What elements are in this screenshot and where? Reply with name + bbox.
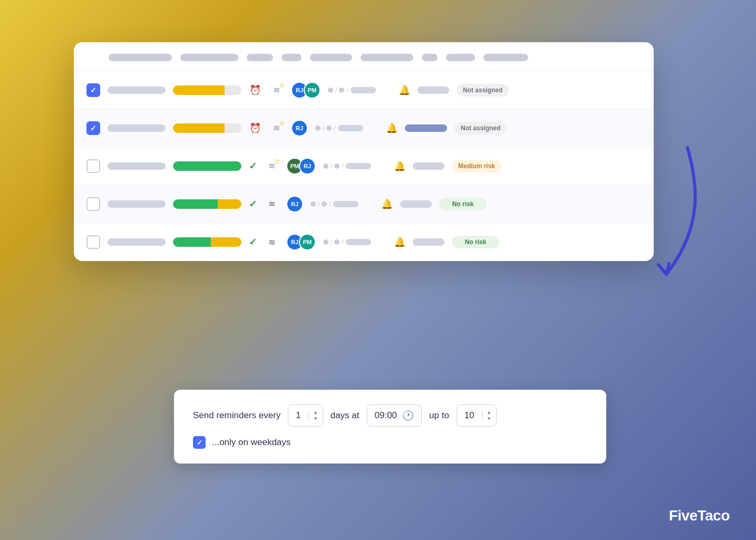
bell-row2: 🔔 bbox=[386, 122, 398, 134]
count-spin-input[interactable]: 10 ▲ ▼ bbox=[457, 404, 497, 427]
time-input[interactable]: 09:00 🕐 bbox=[367, 404, 422, 427]
col-header-8 bbox=[446, 54, 475, 61]
progress-bar-row5 bbox=[173, 237, 241, 247]
checkbox-row3[interactable] bbox=[86, 159, 100, 173]
days-spin-input[interactable]: 1 ▲ ▼ bbox=[288, 404, 323, 427]
brand-label: FiveTaco bbox=[669, 507, 730, 524]
count-value: 10 bbox=[457, 410, 482, 421]
col-header-3 bbox=[247, 54, 273, 61]
header-row bbox=[74, 42, 654, 71]
date-cell-row1: / / bbox=[328, 86, 391, 94]
table-row: ⏰ ≋⏱ RJ PM / / 🔔 Not assigned bbox=[74, 71, 654, 109]
label-up-to: up to bbox=[429, 410, 449, 421]
progress-bar-row4 bbox=[173, 199, 241, 209]
risk-badge-row5: No risk bbox=[452, 236, 499, 248]
extra-pill-row5 bbox=[413, 238, 444, 246]
wave-icon-row3: ≋⏱ bbox=[264, 160, 279, 172]
weekdays-label: ...only on weekdays bbox=[212, 437, 290, 448]
risk-badge-row1: Not assigned bbox=[457, 84, 509, 97]
days-value: 1 bbox=[288, 410, 308, 421]
checkbox-row4[interactable] bbox=[86, 197, 100, 211]
check-icon-row3: ✓ bbox=[249, 160, 257, 172]
date-cell-row5: / / bbox=[323, 238, 386, 246]
extra-pill-row3 bbox=[413, 162, 444, 170]
days-down-arrow[interactable]: ▼ bbox=[313, 416, 318, 421]
label-send-reminders: Send reminders every bbox=[193, 410, 280, 421]
check-icon-row4: ✓ bbox=[249, 198, 257, 210]
progress-bar-row1 bbox=[173, 85, 241, 95]
wave-icon-row1: ≋⏱ bbox=[269, 84, 284, 97]
bell-row1: 🔔 bbox=[399, 84, 410, 96]
avatars-row4: RJ bbox=[286, 196, 303, 213]
weekdays-checkbox[interactable] bbox=[193, 436, 206, 449]
col-header-5 bbox=[310, 54, 352, 61]
wave-icon-row2: ≋⏱ bbox=[269, 122, 284, 134]
main-card: ⏰ ≋⏱ RJ PM / / 🔔 Not assigned ⏰ ≋⏱ RJ bbox=[74, 42, 654, 261]
time-icon-row1: ⏰ bbox=[249, 84, 261, 97]
table-row: ⏰ ≋⏱ RJ / / 🔔 Not assigned bbox=[74, 109, 654, 147]
bell-row4: 🔔 bbox=[381, 198, 393, 210]
reminder-row1: Send reminders every 1 ▲ ▼ days at 09:00… bbox=[193, 404, 587, 427]
checkbox-row5[interactable] bbox=[86, 235, 100, 249]
wave-icon-row5: ≋ bbox=[264, 236, 279, 248]
count-down-arrow[interactable]: ▼ bbox=[487, 416, 492, 421]
table-row: ✓ ≋ RJ / / 🔔 No risk bbox=[74, 185, 654, 223]
label-days-at: days at bbox=[331, 410, 360, 421]
col-header-1 bbox=[109, 54, 172, 61]
avatars-row2: RJ bbox=[291, 120, 308, 137]
popup-card: Send reminders every 1 ▲ ▼ days at 09:00… bbox=[174, 390, 606, 464]
risk-badge-row3: Medium risk bbox=[452, 160, 501, 172]
time-value: 09:00 bbox=[375, 410, 398, 421]
table-row: ✓ ≋ RJ PM / / 🔔 No risk bbox=[74, 223, 654, 261]
progress-bar-row3 bbox=[173, 161, 241, 171]
wave-icon-row4: ≋ bbox=[264, 198, 279, 210]
task-name-row3 bbox=[108, 162, 166, 170]
checkbox-row2[interactable] bbox=[86, 121, 100, 135]
col-header-7 bbox=[422, 54, 438, 61]
date-cell-row4: / / bbox=[311, 200, 374, 208]
risk-badge-row2: Not assigned bbox=[454, 122, 507, 134]
task-name-row5 bbox=[108, 238, 166, 246]
col-header-4 bbox=[282, 54, 302, 61]
extra-pill-row2 bbox=[405, 124, 447, 132]
weekdays-row: ...only on weekdays bbox=[193, 436, 587, 449]
date-cell-row3: / / bbox=[323, 162, 386, 170]
task-name-row4 bbox=[108, 200, 166, 208]
time-icon-row2: ⏰ bbox=[249, 122, 261, 134]
task-name-row2 bbox=[108, 124, 166, 132]
risk-badge-row4: No risk bbox=[439, 198, 487, 210]
progress-bar-row2 bbox=[173, 123, 241, 133]
extra-pill-row1 bbox=[418, 86, 449, 94]
col-header-9 bbox=[483, 54, 528, 61]
checkbox-row1[interactable] bbox=[86, 83, 100, 97]
extra-pill-row4 bbox=[400, 200, 432, 208]
avatars-row5: RJ PM bbox=[286, 234, 316, 250]
time-clock-icon: 🕐 bbox=[402, 410, 414, 421]
table-row: ✓ ≋⏱ PM RJ / / 🔔 Medium risk bbox=[74, 147, 654, 185]
count-up-arrow[interactable]: ▲ bbox=[487, 410, 492, 415]
bell-row5: 🔔 bbox=[394, 236, 405, 248]
task-name-row1 bbox=[108, 86, 166, 94]
check-icon-row5: ✓ bbox=[249, 236, 257, 248]
avatars-row1: RJ PM bbox=[291, 82, 321, 99]
avatars-row3: PM RJ bbox=[286, 158, 316, 175]
bell-row3: 🔔 bbox=[394, 160, 405, 172]
col-header-6 bbox=[361, 54, 413, 61]
col-header-2 bbox=[180, 54, 238, 61]
days-up-arrow[interactable]: ▲ bbox=[313, 410, 318, 415]
date-cell-row2: / / bbox=[315, 124, 379, 132]
